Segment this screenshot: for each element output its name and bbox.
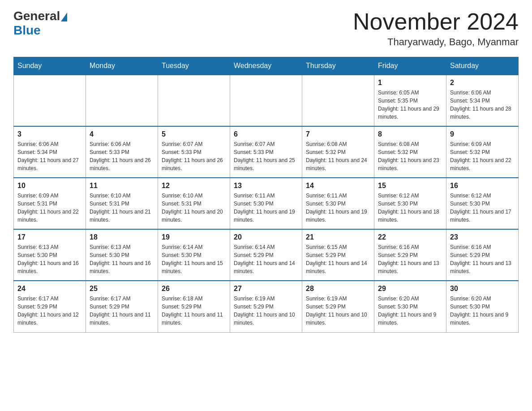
calendar-week-row: 17Sunrise: 6:13 AMSunset: 5:30 PMDayligh… [14,229,519,281]
table-row: 12Sunrise: 6:10 AMSunset: 5:31 PMDayligh… [158,178,230,229]
table-row: 8Sunrise: 6:08 AMSunset: 5:32 PMDaylight… [374,126,446,178]
table-row: 1Sunrise: 6:05 AMSunset: 5:35 PMDaylight… [374,75,446,126]
table-row: 30Sunrise: 6:20 AMSunset: 5:30 PMDayligh… [446,281,519,332]
day-info: Sunrise: 6:17 AMSunset: 5:29 PMDaylight:… [90,295,154,327]
day-info: Sunrise: 6:10 AMSunset: 5:31 PMDaylight:… [90,192,154,224]
day-info: Sunrise: 6:18 AMSunset: 5:29 PMDaylight:… [162,295,226,327]
day-info: Sunrise: 6:09 AMSunset: 5:31 PMDaylight:… [17,192,82,224]
table-row [230,75,302,126]
day-number: 23 [450,233,515,241]
day-number: 30 [450,285,515,293]
weekday-header-row: SundayMondayTuesdayWednesdayThursdayFrid… [14,57,519,75]
day-info: Sunrise: 6:06 AMSunset: 5:34 PMDaylight:… [450,89,515,121]
table-row: 6Sunrise: 6:07 AMSunset: 5:33 PMDaylight… [230,126,302,178]
table-row: 10Sunrise: 6:09 AMSunset: 5:31 PMDayligh… [14,178,86,229]
day-number: 12 [162,182,226,190]
day-info: Sunrise: 6:17 AMSunset: 5:29 PMDaylight:… [17,295,82,327]
day-info: Sunrise: 6:12 AMSunset: 5:30 PMDaylight:… [450,192,515,224]
table-row: 17Sunrise: 6:13 AMSunset: 5:30 PMDayligh… [14,229,86,281]
day-info: Sunrise: 6:19 AMSunset: 5:29 PMDaylight:… [234,295,298,327]
table-row: 22Sunrise: 6:16 AMSunset: 5:29 PMDayligh… [374,229,446,281]
day-info: Sunrise: 6:07 AMSunset: 5:33 PMDaylight:… [234,140,298,172]
day-info: Sunrise: 6:10 AMSunset: 5:31 PMDaylight:… [162,192,226,224]
table-row: 9Sunrise: 6:09 AMSunset: 5:32 PMDaylight… [446,126,519,178]
day-info: Sunrise: 6:11 AMSunset: 5:30 PMDaylight:… [306,192,370,224]
table-row: 21Sunrise: 6:15 AMSunset: 5:29 PMDayligh… [302,229,374,281]
weekday-header-friday: Friday [374,57,446,75]
table-row [158,75,230,126]
table-row: 13Sunrise: 6:11 AMSunset: 5:30 PMDayligh… [230,178,302,229]
day-info: Sunrise: 6:20 AMSunset: 5:30 PMDaylight:… [378,295,442,327]
day-info: Sunrise: 6:12 AMSunset: 5:30 PMDaylight:… [378,192,442,224]
weekday-header-monday: Monday [86,57,158,75]
table-row: 2Sunrise: 6:06 AMSunset: 5:34 PMDaylight… [446,75,519,126]
day-number: 13 [234,182,298,190]
day-info: Sunrise: 6:16 AMSunset: 5:29 PMDaylight:… [378,243,442,275]
day-number: 21 [306,233,370,241]
day-number: 24 [17,285,82,293]
table-row: 3Sunrise: 6:06 AMSunset: 5:34 PMDaylight… [14,126,86,178]
weekday-header-wednesday: Wednesday [230,57,302,75]
table-row: 28Sunrise: 6:19 AMSunset: 5:29 PMDayligh… [302,281,374,332]
table-row: 23Sunrise: 6:16 AMSunset: 5:29 PMDayligh… [446,229,519,281]
day-number: 20 [234,233,298,241]
day-number: 25 [90,285,154,293]
calendar-week-row: 24Sunrise: 6:17 AMSunset: 5:29 PMDayligh… [14,281,519,332]
calendar-week-row: 1Sunrise: 6:05 AMSunset: 5:35 PMDaylight… [14,75,519,126]
day-number: 17 [17,233,82,241]
calendar-table: SundayMondayTuesdayWednesdayThursdayFrid… [13,57,519,333]
table-row: 5Sunrise: 6:07 AMSunset: 5:33 PMDaylight… [158,126,230,178]
table-row: 27Sunrise: 6:19 AMSunset: 5:29 PMDayligh… [230,281,302,332]
day-info: Sunrise: 6:19 AMSunset: 5:29 PMDaylight:… [306,295,370,327]
day-number: 15 [378,182,442,190]
day-number: 2 [450,79,515,87]
day-number: 7 [306,130,370,138]
table-row: 4Sunrise: 6:06 AMSunset: 5:33 PMDaylight… [86,126,158,178]
day-number: 18 [90,233,154,241]
table-row: 25Sunrise: 6:17 AMSunset: 5:29 PMDayligh… [86,281,158,332]
logo: General Blue [13,9,68,38]
logo-triangle-icon [61,13,67,21]
day-number: 11 [90,182,154,190]
day-number: 14 [306,182,370,190]
weekday-header-thursday: Thursday [302,57,374,75]
table-row [86,75,158,126]
day-info: Sunrise: 6:14 AMSunset: 5:30 PMDaylight:… [162,243,226,275]
day-number: 28 [306,285,370,293]
day-info: Sunrise: 6:08 AMSunset: 5:32 PMDaylight:… [306,140,370,172]
logo-general-text: General [13,9,60,23]
day-number: 16 [450,182,515,190]
table-row [14,75,86,126]
day-info: Sunrise: 6:14 AMSunset: 5:29 PMDaylight:… [234,243,298,275]
day-info: Sunrise: 6:15 AMSunset: 5:29 PMDaylight:… [306,243,370,275]
day-number: 8 [378,130,442,138]
day-number: 6 [234,130,298,138]
day-number: 4 [90,130,154,138]
day-info: Sunrise: 6:08 AMSunset: 5:32 PMDaylight:… [378,140,442,172]
table-row: 20Sunrise: 6:14 AMSunset: 5:29 PMDayligh… [230,229,302,281]
table-row: 26Sunrise: 6:18 AMSunset: 5:29 PMDayligh… [158,281,230,332]
table-row: 16Sunrise: 6:12 AMSunset: 5:30 PMDayligh… [446,178,519,229]
day-number: 10 [17,182,82,190]
day-info: Sunrise: 6:06 AMSunset: 5:34 PMDaylight:… [17,140,82,172]
day-info: Sunrise: 6:13 AMSunset: 5:30 PMDaylight:… [90,243,154,275]
day-number: 19 [162,233,226,241]
day-info: Sunrise: 6:09 AMSunset: 5:32 PMDaylight:… [450,140,515,172]
table-row: 15Sunrise: 6:12 AMSunset: 5:30 PMDayligh… [374,178,446,229]
location-title: Tharyarwady, Bago, Myanmar [353,36,519,48]
table-row: 14Sunrise: 6:11 AMSunset: 5:30 PMDayligh… [302,178,374,229]
table-row: 11Sunrise: 6:10 AMSunset: 5:31 PMDayligh… [86,178,158,229]
day-number: 5 [162,130,226,138]
table-row: 29Sunrise: 6:20 AMSunset: 5:30 PMDayligh… [374,281,446,332]
title-section: November 2024 Tharyarwady, Bago, Myanmar [353,9,519,48]
table-row: 24Sunrise: 6:17 AMSunset: 5:29 PMDayligh… [14,281,86,332]
day-number: 22 [378,233,442,241]
day-info: Sunrise: 6:07 AMSunset: 5:33 PMDaylight:… [162,140,226,172]
weekday-header-tuesday: Tuesday [158,57,230,75]
weekday-header-saturday: Saturday [446,57,519,75]
table-row: 18Sunrise: 6:13 AMSunset: 5:30 PMDayligh… [86,229,158,281]
table-row: 7Sunrise: 6:08 AMSunset: 5:32 PMDaylight… [302,126,374,178]
calendar-week-row: 10Sunrise: 6:09 AMSunset: 5:31 PMDayligh… [14,178,519,229]
day-info: Sunrise: 6:13 AMSunset: 5:30 PMDaylight:… [17,243,82,275]
month-title: November 2024 [353,9,519,34]
